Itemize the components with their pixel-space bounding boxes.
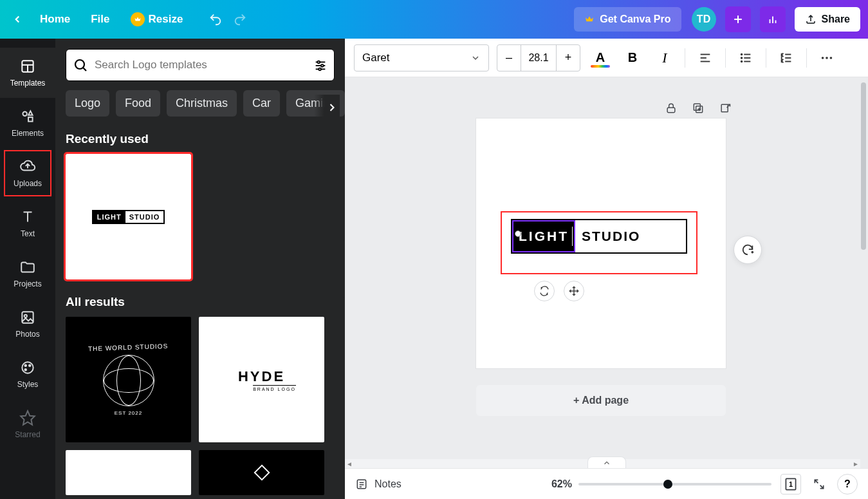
- svg-rect-14: [22, 312, 33, 323]
- font-size-decrease[interactable]: –: [497, 51, 521, 64]
- home-button[interactable]: Home: [32, 8, 78, 31]
- template-hyde[interactable]: HYDE BRAND LOGO: [199, 317, 324, 442]
- text-color-button[interactable]: A: [588, 46, 613, 70]
- rail-uploads[interactable]: Uploads: [0, 148, 55, 198]
- rail-elements-label: Elements: [12, 129, 44, 138]
- star-icon: [19, 410, 36, 426]
- recent-template-thumb[interactable]: LIGHT STUDIO: [66, 154, 191, 279]
- expand-pages-button[interactable]: [587, 457, 626, 468]
- sync-icon: [539, 286, 549, 296]
- list-button[interactable]: [734, 46, 758, 70]
- svg-marker-29: [254, 466, 269, 480]
- notes-button[interactable]: Notes: [355, 478, 402, 491]
- svg-point-19: [24, 369, 26, 371]
- insights-button[interactable]: [760, 6, 786, 32]
- svg-point-9: [23, 111, 27, 116]
- lock-page-button[interactable]: [663, 100, 679, 116]
- uploads-icon: [19, 158, 36, 175]
- rail-styles-label: Styles: [17, 380, 39, 389]
- bar-chart-icon: [767, 14, 779, 25]
- world-est-text: EST 2022: [115, 410, 142, 416]
- logo-light-text[interactable]: LIGHT: [512, 220, 575, 252]
- more-button[interactable]: [815, 46, 839, 70]
- folder-icon: [19, 259, 36, 276]
- elements-icon: [19, 108, 36, 125]
- move-button[interactable]: [564, 281, 584, 301]
- hyde-sub: BRAND LOGO: [253, 385, 296, 391]
- list-icon: [739, 51, 753, 65]
- chips-scroll-right[interactable]: [314, 95, 340, 120]
- font-size-increase[interactable]: +: [557, 51, 580, 64]
- duplicate-page-button[interactable]: [690, 100, 706, 116]
- scroll-right-arrow[interactable]: ►: [851, 459, 860, 468]
- rail-elements[interactable]: Elements: [0, 98, 55, 148]
- canvas-page[interactable]: LIGHT STUDIO: [476, 118, 726, 368]
- crown-icon: [584, 14, 595, 24]
- align-button[interactable]: [693, 46, 717, 70]
- redo-icon: [233, 12, 247, 26]
- upload-icon: [805, 14, 817, 25]
- help-button[interactable]: ?: [837, 474, 858, 494]
- undo-button[interactable]: [208, 12, 223, 26]
- svg-point-35: [741, 57, 743, 59]
- rail-text[interactable]: Text: [0, 198, 55, 249]
- add-page-button[interactable]: + Add page: [476, 385, 726, 416]
- quick-actions-button[interactable]: [734, 236, 762, 264]
- vertical-scrollbar[interactable]: [861, 82, 866, 250]
- rotate-handle[interactable]: [515, 231, 521, 237]
- thumb-logo-preview: LIGHT STUDIO: [92, 210, 165, 224]
- plus-icon: [732, 13, 744, 26]
- template-world-studios[interactable]: THE WORLD STUDIOS EST 2022: [66, 317, 191, 442]
- section-recently-used: Recently used: [66, 132, 335, 146]
- rail-styles[interactable]: Styles: [0, 349, 55, 399]
- rail-photos[interactable]: Photos: [0, 299, 55, 349]
- zoom-slider[interactable]: [578, 483, 771, 485]
- templates-panel: Logo Food Christmas Car Gaming Recently …: [55, 39, 345, 499]
- italic-button[interactable]: I: [652, 46, 677, 70]
- scroll-left-arrow[interactable]: ◄: [345, 459, 354, 468]
- rail-projects[interactable]: Projects: [0, 249, 55, 299]
- color-swatch-underline: [591, 65, 610, 68]
- zoom-slider-knob[interactable]: [663, 480, 672, 489]
- template-thumb-3[interactable]: [66, 450, 191, 495]
- sync-button[interactable]: [534, 281, 555, 301]
- invite-button[interactable]: [725, 6, 751, 32]
- spacing-button[interactable]: [774, 46, 799, 70]
- user-avatar[interactable]: TD: [692, 7, 716, 32]
- world-top-text: THE WORLD STUDIOS: [88, 342, 169, 352]
- bold-icon: B: [628, 50, 637, 65]
- get-canva-pro-button[interactable]: Get Canva Pro: [574, 7, 681, 32]
- bold-button[interactable]: B: [620, 46, 645, 70]
- share-button[interactable]: Share: [795, 7, 860, 32]
- chip-logo[interactable]: Logo: [66, 90, 109, 117]
- chip-car[interactable]: Car: [243, 90, 280, 117]
- chip-food[interactable]: Food: [116, 90, 160, 117]
- font-size-value[interactable]: 28.1: [521, 45, 557, 71]
- editor-footer: Notes 62% 1 ?: [345, 468, 868, 499]
- logo-studio-text[interactable]: STUDIO: [575, 229, 647, 244]
- page-count-button[interactable]: 1: [780, 474, 801, 494]
- help-icon: ?: [844, 478, 851, 490]
- template-thumb-4[interactable]: [199, 450, 324, 495]
- chip-christmas[interactable]: Christmas: [167, 90, 237, 117]
- fullscreen-button[interactable]: [810, 475, 828, 493]
- font-selector[interactable]: Garet: [354, 44, 489, 71]
- filter-icon[interactable]: [313, 58, 328, 72]
- rail-templates[interactable]: Templates: [0, 48, 55, 98]
- text-cursor: [572, 227, 573, 246]
- top-bar: Home File Resize Get Canva Pro TD Share: [0, 0, 868, 39]
- logo-group[interactable]: LIGHT STUDIO: [511, 219, 687, 254]
- page-out-icon: [719, 102, 732, 115]
- chevron-right-icon: [326, 101, 338, 114]
- search-bar[interactable]: [66, 49, 335, 81]
- new-page-button[interactable]: [717, 100, 733, 116]
- resize-button[interactable]: Resize: [123, 7, 191, 32]
- search-input[interactable]: [95, 59, 307, 71]
- font-name: Garet: [362, 52, 390, 64]
- redo-button[interactable]: [233, 12, 247, 26]
- canvas-stage[interactable]: LIGHT STUDIO + Add page ◄ ►: [345, 77, 868, 468]
- back-button[interactable]: [8, 14, 27, 25]
- rail-starred[interactable]: Starred: [0, 399, 55, 449]
- file-menu[interactable]: File: [83, 8, 117, 31]
- spacing-icon: [779, 51, 793, 65]
